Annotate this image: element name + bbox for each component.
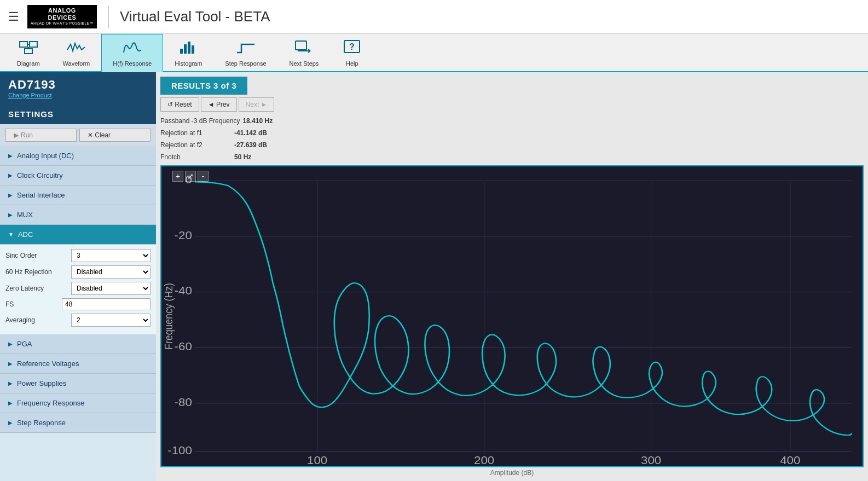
sidebar-item-power-supplies[interactable]: ▶ Power Supplies: [0, 374, 156, 393]
arrow-icon: ▶: [8, 361, 13, 367]
sidebar-item-freq-label: Frequency Response: [17, 399, 85, 407]
zoom-in-button[interactable]: +: [172, 171, 183, 182]
step-response-icon: [236, 39, 256, 59]
zero-latency-row: Zero Latency DisabledEnabled: [5, 282, 151, 295]
tab-waveform[interactable]: Waveform: [51, 34, 102, 71]
nav-tabs: Diagram Waveform H(f) Response Histogram…: [0, 34, 868, 72]
tab-histogram[interactable]: Histogram: [163, 34, 213, 71]
stat-label-1: Rejection at f1: [160, 129, 232, 137]
logo-box: ANALOG DEVICES AHEAD OF WHAT'S POSSIBLE™: [27, 5, 97, 28]
svg-text:-60: -60: [175, 340, 192, 352]
sidebar-item-step-response[interactable]: ▶ Step Response: [0, 413, 156, 433]
results-row: RESULTS 3 of 3 ↺ Reset ◄ Prev Next ►: [160, 77, 864, 161]
tab-help-label: Help: [346, 60, 358, 67]
tab-hf-response[interactable]: H(f) Response: [101, 34, 163, 72]
product-name: AD7193: [8, 78, 148, 92]
arrow-icon: ▶: [8, 153, 13, 159]
header: ☰ ANALOG DEVICES AHEAD OF WHAT'S POSSIBL…: [0, 0, 868, 34]
svg-text:-40: -40: [175, 285, 192, 297]
help-icon: ?: [342, 39, 362, 59]
change-product-link[interactable]: Change Product: [8, 92, 148, 98]
svg-rect-7: [188, 42, 190, 54]
sidebar-item-step-label: Step Response: [17, 419, 66, 427]
next-steps-icon: [294, 39, 314, 59]
sidebar-item-ref-label: Reference Voltages: [17, 360, 79, 368]
tab-next-steps-label: Next Steps: [290, 60, 319, 67]
svg-text:Frequency (Hz): Frequency (Hz): [163, 283, 175, 350]
zero-latency-label: Zero Latency: [5, 285, 71, 292]
svg-rect-9: [296, 41, 306, 50]
results-box: RESULTS 3 of 3: [160, 77, 247, 95]
hz60-rejection-label: 60 Hz Rejection: [5, 268, 71, 276]
clear-button[interactable]: ✕ Clear: [79, 129, 151, 142]
settings-header: SETTINGS: [0, 104, 156, 124]
zoom-fit-button[interactable]: ⤢: [185, 171, 196, 182]
stat-value-0: 18.410 Hz: [242, 117, 273, 125]
arrow-icon: ▶: [8, 380, 13, 386]
fs-label: FS: [5, 300, 62, 308]
stat-value-1: -41.142 dB: [234, 129, 267, 137]
tab-histogram-label: Histogram: [175, 60, 202, 67]
waveform-icon: [66, 39, 86, 59]
stat-value-2: -27.639 dB: [234, 141, 267, 149]
tab-help[interactable]: ? Help: [330, 34, 374, 71]
sidebar: AD7193 Change Product SETTINGS ▶ Run ✕ C…: [0, 72, 156, 481]
page-title: Virtual Eval Tool - BETA: [120, 8, 270, 25]
arrow-icon: ▶: [8, 420, 13, 426]
fs-input[interactable]: [62, 298, 151, 310]
tab-step-response[interactable]: Step Response: [213, 34, 277, 71]
logo-devices: DEVICES: [31, 14, 94, 21]
next-button[interactable]: Next ►: [239, 97, 275, 112]
reset-button[interactable]: ↺ Reset: [160, 97, 199, 112]
logo-analog: ANALOG: [31, 7, 94, 14]
hz60-rejection-row: 60 Hz Rejection DisabledEnabled: [5, 265, 151, 279]
menu-icon[interactable]: ☰: [8, 10, 19, 24]
header-divider: [108, 6, 109, 28]
stats-panel: Passband -3 dB Frequency 18.410 Hz Rejec…: [160, 117, 308, 161]
sidebar-item-analog-input[interactable]: ▶ Analog Input (DC): [0, 146, 156, 166]
tab-diagram-label: Diagram: [17, 60, 40, 67]
zoom-out-button[interactable]: -: [198, 171, 209, 182]
sinc-order-label: Sinc Order: [5, 252, 71, 259]
stat-label-0: Passband -3 dB Frequency: [160, 117, 240, 125]
sidebar-item-pga[interactable]: ▶ PGA: [0, 334, 156, 354]
sidebar-item-reference-voltages[interactable]: ▶ Reference Voltages: [0, 354, 156, 374]
svg-text:400: 400: [780, 454, 800, 466]
tab-next-steps[interactable]: Next Steps: [278, 34, 331, 71]
tab-step-label: Step Response: [225, 60, 266, 67]
sidebar-controls: ▶ Run ✕ Clear: [0, 124, 156, 146]
product-header: AD7193 Change Product: [0, 72, 156, 104]
svg-rect-3: [25, 49, 32, 54]
stat-row-0: Passband -3 dB Frequency 18.410 Hz: [160, 117, 308, 125]
zero-latency-select[interactable]: DisabledEnabled: [71, 282, 151, 295]
sidebar-item-mux[interactable]: ▶ MUX: [0, 205, 156, 225]
svg-rect-15: [161, 166, 863, 466]
tab-waveform-label: Waveform: [63, 60, 90, 67]
right-content: RESULTS 3 of 3 ↺ Reset ◄ Prev Next ►: [156, 72, 868, 481]
sinc-order-row: Sinc Order 31245: [5, 249, 151, 262]
clear-label: ✕ Clear: [88, 131, 111, 139]
prev-label: ◄ Prev: [208, 101, 230, 108]
run-button[interactable]: ▶ Run: [5, 129, 77, 142]
stat-row-1: Rejection at f1 -41.142 dB: [160, 129, 308, 137]
reset-label: ↺ Reset: [167, 101, 192, 108]
sidebar-item-serial-interface[interactable]: ▶ Serial Interface: [0, 186, 156, 205]
stat-row-3: Fnotch 50 Hz: [160, 153, 308, 161]
sidebar-item-clock-circuitry[interactable]: ▶ Clock Circuitry: [0, 166, 156, 186]
averaging-select[interactable]: 214816: [71, 314, 151, 327]
sinc-order-select[interactable]: 31245: [71, 249, 151, 262]
svg-rect-6: [184, 44, 187, 54]
svg-text:-20: -20: [175, 229, 192, 241]
run-icon: ▶: [14, 131, 19, 139]
histogram-icon: [178, 39, 198, 59]
stat-value-3: 50 Hz: [234, 153, 251, 161]
sidebar-item-adc[interactable]: ▼ ADC: [0, 225, 156, 245]
hz60-rejection-select[interactable]: DisabledEnabled: [71, 265, 151, 279]
arrow-icon: ▶: [8, 212, 13, 218]
sidebar-item-mux-label: MUX: [17, 211, 33, 219]
svg-text:-80: -80: [175, 396, 192, 408]
prev-button[interactable]: ◄ Prev: [201, 97, 237, 112]
sidebar-item-frequency-response[interactable]: ▶ Frequency Response: [0, 393, 156, 413]
next-label: Next ►: [246, 101, 268, 108]
tab-diagram[interactable]: Diagram: [5, 34, 51, 71]
